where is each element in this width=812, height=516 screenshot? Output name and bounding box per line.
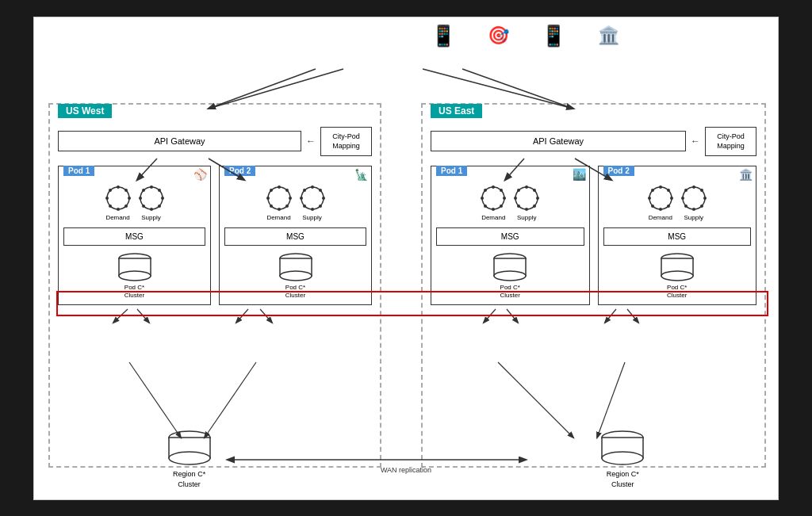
us-west-pod1-cluster-label: Pod C*Cluster — [124, 284, 144, 300]
svg-point-33 — [161, 197, 164, 200]
svg-point-32 — [158, 189, 161, 192]
svg-point-99 — [684, 204, 688, 208]
us-west-pods-row: Pod 1 ⚾ — [58, 166, 372, 306]
svg-point-65 — [500, 189, 503, 192]
svg-point-77 — [525, 208, 528, 211]
us-west-pod2-label: Pod 2 — [224, 166, 255, 176]
us-east-pod2-cluster: Pod C*Cluster — [603, 252, 752, 300]
us-west-city-pod: City-PodMapping — [320, 127, 372, 156]
svg-point-28 — [105, 197, 109, 200]
demand-label: Demand — [481, 214, 505, 221]
svg-point-59 — [303, 189, 306, 192]
svg-point-46 — [285, 204, 289, 208]
wan-replication-area: WAN replication — [381, 463, 431, 474]
us-west-pod1-icon: ⚾ — [193, 168, 207, 181]
supply-label: Supply — [684, 214, 703, 221]
svg-point-54 — [322, 197, 325, 200]
us-east-pod2: Pod 2 🏛️ — [598, 166, 757, 306]
svg-point-80 — [517, 189, 520, 192]
svg-point-69 — [484, 204, 487, 208]
us-east-region-cluster-label: Region C*Cluster — [607, 469, 639, 489]
svg-point-35 — [150, 208, 153, 211]
us-west-region: US West API Gateway ← City-PodMapping Po… — [48, 103, 381, 468]
svg-point-104 — [661, 271, 693, 281]
us-west-pod2-cluster-label: Pod C*Cluster — [285, 284, 305, 300]
svg-point-107 — [169, 452, 210, 464]
demand-label: Demand — [105, 214, 129, 221]
diagram-container: 📱 🎯 📱 🏛️ US West API Gateway ← City-PodM… — [33, 17, 779, 500]
svg-point-100 — [681, 197, 684, 200]
us-east-api-gateway: API Gateway — [431, 131, 686, 151]
svg-point-95 — [700, 189, 703, 192]
us-east-pod1-label: Pod 1 — [436, 166, 467, 176]
svg-point-79 — [514, 197, 517, 200]
svg-point-96 — [703, 197, 707, 200]
svg-point-66 — [503, 197, 506, 200]
us-east-pod1-cluster: Pod C*Cluster — [436, 252, 584, 300]
us-east-pod1: Pod 1 🏙️ — [431, 166, 590, 306]
us-west-pod2: Pod 2 🗽 — [219, 166, 372, 306]
svg-point-92 — [651, 189, 654, 192]
us-west-pod2-ds: Demand — [224, 184, 366, 221]
svg-point-41 — [119, 271, 151, 281]
svg-point-76 — [533, 204, 536, 208]
us-east-region: US East API Gateway ← City-PodMapping Po… — [421, 103, 766, 468]
supply-label: Supply — [302, 214, 321, 221]
svg-point-49 — [266, 197, 270, 200]
svg-point-75 — [536, 197, 539, 200]
us-east-label: US East — [431, 104, 482, 118]
svg-point-62 — [280, 271, 312, 281]
us-east-pod2-icon: 🏛️ — [739, 168, 753, 181]
svg-point-86 — [667, 189, 670, 192]
us-east-pod2-supply: Supply — [680, 184, 708, 221]
svg-point-70 — [481, 197, 484, 200]
svg-point-34 — [158, 204, 161, 208]
us-west-label: US West — [58, 104, 112, 118]
svg-point-90 — [651, 204, 654, 208]
svg-point-37 — [139, 197, 142, 200]
us-east-pod2-label: Pod 2 — [603, 166, 634, 176]
svg-point-64 — [492, 185, 495, 189]
mobile-icon-left: 📱 — [431, 24, 456, 48]
us-east-city-pod: City-PodMapping — [705, 127, 756, 156]
us-east-pod2-msg: MSG — [603, 227, 752, 246]
us-east-pod1-msg: MSG — [436, 227, 584, 246]
svg-point-88 — [667, 204, 670, 208]
svg-point-47 — [278, 208, 281, 211]
us-east-pod2-demand: Demand — [646, 184, 675, 221]
us-west-pod1-msg: MSG — [63, 227, 205, 246]
svg-point-45 — [289, 197, 292, 200]
sf-giants-icon: 🎯 — [488, 25, 509, 46]
us-west-pod2-msg: MSG — [224, 227, 366, 246]
top-icons-area: 📱 🎯 📱 🏛️ — [272, 24, 778, 48]
us-west-region-cluster: Region C*Cluster — [166, 430, 213, 489]
svg-point-78 — [517, 204, 520, 208]
us-east-pod2-ds: Demand — [603, 184, 752, 221]
svg-point-57 — [303, 204, 306, 208]
us-west-pod1-cluster: Pod C*Cluster — [63, 252, 205, 300]
svg-point-91 — [648, 197, 651, 200]
svg-point-94 — [692, 185, 695, 189]
us-west-pod1: Pod 1 ⚾ — [58, 166, 211, 306]
us-east-arrow-from-city: ← — [691, 136, 700, 147]
svg-point-98 — [692, 208, 695, 211]
svg-point-87 — [670, 197, 673, 200]
us-east-pod1-cluster-label: Pod C*Cluster — [500, 284, 520, 300]
us-east-region-cluster: Region C*Cluster — [599, 430, 646, 489]
svg-point-85 — [659, 185, 662, 189]
svg-point-38 — [142, 189, 145, 192]
svg-point-48 — [270, 204, 273, 208]
mobile-icon-right: 📱 — [541, 24, 566, 48]
svg-point-24 — [128, 197, 131, 200]
us-west-pod1-label: Pod 1 — [63, 166, 94, 176]
svg-point-73 — [525, 185, 528, 189]
svg-point-74 — [533, 189, 536, 192]
svg-point-97 — [700, 204, 703, 208]
us-east-gateway-row: API Gateway ← City-PodMapping — [431, 127, 756, 156]
us-west-pod2-cluster: Pod C*Cluster — [224, 252, 366, 300]
bottom-section: Region C*Cluster WAN replication Region … — [34, 430, 778, 489]
us-east-pod1-demand: Demand — [479, 184, 508, 221]
svg-point-23 — [124, 189, 128, 192]
svg-point-26 — [117, 208, 120, 211]
svg-point-71 — [484, 189, 487, 192]
